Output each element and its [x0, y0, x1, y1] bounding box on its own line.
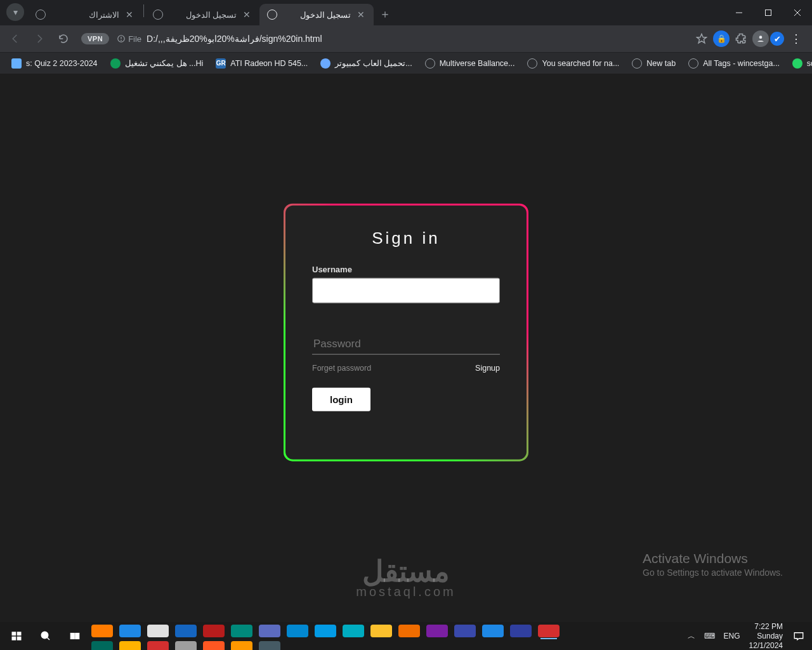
globe-icon [36, 10, 46, 20]
maximize-button[interactable] [754, 0, 783, 25]
minimize-button[interactable] [724, 0, 754, 25]
window-controls [724, 0, 812, 25]
close-window-button[interactable] [783, 0, 812, 25]
action-center-button[interactable] [792, 629, 806, 643]
taskbar-app[interactable] [482, 625, 504, 637]
svg-marker-7 [697, 34, 707, 43]
taskbar-app[interactable] [175, 641, 197, 650]
signin-card: Sign in Username Forget password Signup … [285, 206, 527, 460]
tab-strip: ▾ الاشتراك ✕ تسجيل الدخول ✕ تسجيل الدخول… [0, 0, 812, 25]
browser-menu-button[interactable]: ⋮ [785, 32, 807, 46]
tray-overflow-button[interactable]: ︿ [688, 631, 695, 642]
sync-status-icon[interactable]: ✔ [770, 32, 784, 46]
taskbar-app[interactable] [343, 625, 364, 637]
address-bar[interactable]: File D:/,,,فراشة%20ابو%20ظريفة/sign%20in… [117, 29, 688, 49]
username-input[interactable] [312, 278, 500, 303]
card-gradient-border: Sign in Username Forget password Signup … [284, 204, 528, 461]
vpn-badge[interactable]: VPN [81, 33, 109, 44]
tab-3-active[interactable]: تسجيل الدخول ✕ [259, 4, 374, 25]
system-tray: ︿ ⌨ ENG 7:22 PM Sunday 12/1/2024 [688, 623, 812, 649]
taskbar-app[interactable] [287, 625, 308, 637]
language-indicator[interactable]: ENG [724, 632, 740, 640]
clock[interactable]: 7:22 PM Sunday 12/1/2024 [749, 622, 783, 651]
taskbar-app[interactable] [119, 641, 141, 650]
taskbar-app[interactable] [203, 641, 225, 650]
svg-point-13 [41, 632, 48, 639]
svg-point-8 [759, 36, 763, 39]
page-title: Sign in [312, 229, 500, 248]
activate-line1: Activate Windows [643, 551, 783, 566]
taskbar-app[interactable] [426, 625, 448, 637]
bookmark-star-button[interactable] [691, 29, 712, 49]
extensions-button[interactable] [731, 29, 751, 49]
taskbar-app[interactable] [259, 625, 280, 637]
taskbar-app[interactable] [259, 641, 280, 650]
username-label: Username [312, 265, 500, 274]
bookmark-item[interactable]: s: Quiz 2 2023-2024 [6, 56, 103, 71]
back-button[interactable] [5, 29, 25, 49]
task-view-button[interactable] [61, 623, 89, 649]
svg-point-6 [121, 41, 122, 41]
globe-icon [153, 10, 163, 20]
clock-time: 7:22 PM [749, 622, 783, 632]
close-icon[interactable]: ✕ [124, 10, 134, 20]
taskbar-app[interactable] [91, 625, 113, 637]
scheme-label: File [128, 34, 141, 44]
tab-separator [143, 4, 144, 17]
new-tab-button[interactable]: ＋ [376, 5, 394, 23]
svg-rect-12 [17, 637, 22, 640]
taskbar-app[interactable] [538, 625, 560, 637]
taskbar-app[interactable] [315, 625, 336, 637]
taskbar-app[interactable] [147, 641, 169, 650]
tab-1[interactable]: الاشتراك ✕ [28, 4, 142, 25]
bookmark-item[interactable]: New tab [627, 56, 681, 71]
svg-rect-15 [70, 633, 74, 639]
bookmark-item[interactable]: GRATI Radeon HD 545... [211, 56, 313, 71]
profile-button[interactable] [752, 30, 769, 47]
bookmark-item[interactable]: Multiverse Ballance... [420, 56, 520, 71]
tab-title: تسجيل الدخول [282, 10, 351, 20]
bookmark-item[interactable]: All Tags - wincestga... [683, 56, 785, 71]
mostaql-watermark: مستقل mostaql.com [356, 554, 455, 599]
svg-line-14 [47, 637, 49, 640]
svg-rect-1 [766, 10, 771, 16]
taskbar-app[interactable] [370, 625, 392, 637]
globe-icon [267, 10, 277, 20]
bookmark-item[interactable]: You searched for na... [522, 56, 624, 71]
bookmark-item[interactable]: تحميل العاب كمبيوتر... [315, 56, 417, 71]
reload-button[interactable] [53, 29, 74, 49]
login-button[interactable]: login [312, 388, 370, 411]
activate-line2: Go to Settings to activate Windows. [643, 567, 783, 578]
forward-button[interactable] [29, 29, 49, 49]
url-text: D:/,,,فراشة%20ابو%20ظريفة/sign%20in.html [147, 34, 322, 44]
password-input[interactable] [312, 333, 500, 355]
search-button[interactable] [32, 623, 60, 649]
close-icon[interactable]: ✕ [242, 10, 252, 20]
tab-2[interactable]: تسجيل الدخول ✕ [145, 4, 259, 25]
signup-link[interactable]: Signup [475, 364, 500, 373]
taskbar-app[interactable] [119, 625, 141, 637]
forget-password-link[interactable]: Forget password [312, 364, 371, 373]
taskbar-app[interactable] [398, 625, 420, 637]
taskbar-app[interactable] [147, 625, 169, 637]
tab-title: الاشتراك [51, 10, 119, 20]
taskbar-app[interactable] [91, 641, 113, 650]
svg-rect-11 [12, 637, 16, 640]
taskbar-app[interactable] [454, 625, 476, 637]
bookmark-item[interactable]: هل يمكنني تشغيل ...Hi [105, 56, 209, 71]
site-security-icon[interactable]: 🔒 [713, 30, 730, 47]
clock-day: Sunday [749, 632, 783, 641]
bookmark-item[interactable]: sd [787, 56, 812, 71]
taskbar-app[interactable] [231, 625, 252, 637]
keyboard-layout-icon[interactable]: ⌨ [704, 632, 715, 640]
taskbar-app[interactable] [231, 641, 252, 650]
start-button[interactable] [3, 623, 30, 649]
close-icon[interactable]: ✕ [356, 10, 366, 20]
taskbar-app[interactable] [510, 625, 532, 637]
bookmarks-bar: s: Quiz 2 2023-2024 هل يمكنني تشغيل ...H… [0, 52, 812, 74]
taskbar-app[interactable] [203, 625, 225, 637]
svg-rect-9 [12, 632, 16, 635]
taskbar: ︿ ⌨ ENG 7:22 PM Sunday 12/1/2024 [0, 622, 812, 650]
taskbar-app[interactable] [175, 625, 197, 637]
tab-search-button[interactable]: ▾ [6, 3, 24, 21]
